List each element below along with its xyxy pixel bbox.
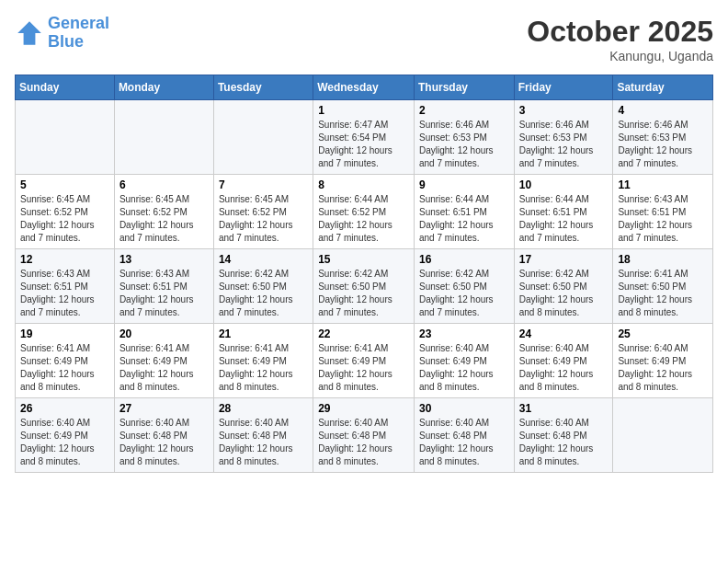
day-number: 27 (119, 402, 209, 415)
logo-icon (15, 18, 44, 48)
calendar-cell: 21Sunrise: 6:41 AM Sunset: 6:49 PM Dayli… (213, 324, 313, 398)
day-number: 24 (519, 327, 609, 340)
calendar-week-2: 5Sunrise: 6:45 AM Sunset: 6:52 PM Daylig… (16, 175, 713, 249)
calendar-cell: 5Sunrise: 6:45 AM Sunset: 6:52 PM Daylig… (16, 175, 115, 249)
location: Kanungu, Uganda (527, 49, 713, 63)
day-number: 4 (618, 104, 708, 117)
day-info: Sunrise: 6:44 AM Sunset: 6:52 PM Dayligh… (318, 193, 409, 245)
weekday-header-friday: Friday (514, 75, 613, 100)
day-info: Sunrise: 6:47 AM Sunset: 6:54 PM Dayligh… (318, 119, 409, 170)
calendar-cell: 4Sunrise: 6:46 AM Sunset: 6:53 PM Daylig… (613, 100, 713, 175)
day-number: 5 (20, 178, 109, 191)
day-number: 29 (318, 402, 409, 415)
day-number: 7 (219, 178, 308, 191)
calendar-week-4: 19Sunrise: 6:41 AM Sunset: 6:49 PM Dayli… (16, 324, 713, 398)
calendar-cell: 7Sunrise: 6:45 AM Sunset: 6:52 PM Daylig… (213, 175, 313, 249)
calendar-cell: 17Sunrise: 6:42 AM Sunset: 6:50 PM Dayli… (514, 249, 613, 324)
day-number: 3 (519, 104, 609, 117)
calendar-cell: 9Sunrise: 6:44 AM Sunset: 6:51 PM Daylig… (414, 175, 514, 249)
day-number: 31 (519, 402, 609, 415)
day-number: 25 (618, 327, 708, 340)
calendar-cell: 25Sunrise: 6:40 AM Sunset: 6:49 PM Dayli… (613, 324, 713, 398)
logo-line2: Blue (48, 32, 84, 51)
weekday-header-saturday: Saturday (613, 75, 713, 100)
day-info: Sunrise: 6:40 AM Sunset: 6:49 PM Dayligh… (20, 417, 109, 468)
day-info: Sunrise: 6:40 AM Sunset: 6:49 PM Dayligh… (618, 342, 708, 394)
weekday-header-monday: Monday (114, 75, 213, 100)
day-info: Sunrise: 6:44 AM Sunset: 6:51 PM Dayligh… (519, 193, 609, 245)
calendar-cell: 10Sunrise: 6:44 AM Sunset: 6:51 PM Dayli… (514, 175, 613, 249)
calendar-cell: 3Sunrise: 6:46 AM Sunset: 6:53 PM Daylig… (514, 100, 613, 175)
calendar-cell: 20Sunrise: 6:41 AM Sunset: 6:49 PM Dayli… (114, 324, 213, 398)
day-info: Sunrise: 6:46 AM Sunset: 6:53 PM Dayligh… (519, 119, 609, 170)
calendar-week-3: 12Sunrise: 6:43 AM Sunset: 6:51 PM Dayli… (16, 249, 713, 324)
day-number: 20 (119, 327, 209, 340)
calendar-cell: 23Sunrise: 6:40 AM Sunset: 6:49 PM Dayli… (414, 324, 514, 398)
day-number: 2 (419, 104, 509, 117)
day-info: Sunrise: 6:40 AM Sunset: 6:49 PM Dayligh… (519, 342, 609, 394)
calendar-cell: 13Sunrise: 6:43 AM Sunset: 6:51 PM Dayli… (114, 249, 213, 324)
day-number: 12 (20, 253, 109, 266)
day-number: 28 (219, 402, 308, 415)
day-info: Sunrise: 6:42 AM Sunset: 6:50 PM Dayligh… (519, 268, 609, 319)
day-info: Sunrise: 6:40 AM Sunset: 6:48 PM Dayligh… (519, 417, 609, 468)
day-number: 30 (419, 402, 509, 415)
day-number: 23 (419, 327, 509, 340)
calendar-cell: 24Sunrise: 6:40 AM Sunset: 6:49 PM Dayli… (514, 324, 613, 398)
day-number: 11 (618, 178, 708, 191)
day-number: 17 (519, 253, 609, 266)
weekday-header-wednesday: Wednesday (313, 75, 415, 100)
day-info: Sunrise: 6:41 AM Sunset: 6:50 PM Dayligh… (618, 268, 708, 319)
day-info: Sunrise: 6:44 AM Sunset: 6:51 PM Dayligh… (419, 193, 509, 245)
calendar-cell (213, 100, 313, 175)
day-info: Sunrise: 6:40 AM Sunset: 6:49 PM Dayligh… (419, 342, 509, 394)
calendar-cell: 30Sunrise: 6:40 AM Sunset: 6:48 PM Dayli… (414, 398, 514, 473)
day-number: 10 (519, 178, 609, 191)
day-info: Sunrise: 6:40 AM Sunset: 6:48 PM Dayligh… (219, 417, 308, 468)
day-number: 14 (219, 253, 308, 266)
calendar-cell: 8Sunrise: 6:44 AM Sunset: 6:52 PM Daylig… (313, 175, 415, 249)
day-info: Sunrise: 6:41 AM Sunset: 6:49 PM Dayligh… (318, 342, 409, 394)
calendar-cell: 14Sunrise: 6:42 AM Sunset: 6:50 PM Dayli… (213, 249, 313, 324)
day-number: 13 (119, 253, 209, 266)
page-header: General Blue October 2025 Kanungu, Ugand… (15, 15, 713, 63)
day-info: Sunrise: 6:45 AM Sunset: 6:52 PM Dayligh… (219, 193, 308, 245)
calendar-cell: 19Sunrise: 6:41 AM Sunset: 6:49 PM Dayli… (16, 324, 115, 398)
day-number: 19 (20, 327, 109, 340)
day-info: Sunrise: 6:41 AM Sunset: 6:49 PM Dayligh… (219, 342, 308, 394)
day-number: 16 (419, 253, 509, 266)
title-block: October 2025 Kanungu, Uganda (527, 15, 713, 63)
day-number: 9 (419, 178, 509, 191)
calendar-cell: 22Sunrise: 6:41 AM Sunset: 6:49 PM Dayli… (313, 324, 415, 398)
day-info: Sunrise: 6:43 AM Sunset: 6:51 PM Dayligh… (618, 193, 708, 245)
day-number: 6 (119, 178, 209, 191)
day-info: Sunrise: 6:46 AM Sunset: 6:53 PM Dayligh… (419, 119, 509, 170)
day-number: 21 (219, 327, 308, 340)
calendar-cell: 1Sunrise: 6:47 AM Sunset: 6:54 PM Daylig… (313, 100, 415, 175)
day-info: Sunrise: 6:42 AM Sunset: 6:50 PM Dayligh… (419, 268, 509, 319)
month-year: October 2025 (527, 15, 713, 49)
day-info: Sunrise: 6:40 AM Sunset: 6:48 PM Dayligh… (119, 417, 209, 468)
calendar-cell: 16Sunrise: 6:42 AM Sunset: 6:50 PM Dayli… (414, 249, 514, 324)
day-number: 26 (20, 402, 109, 415)
day-number: 18 (618, 253, 708, 266)
day-info: Sunrise: 6:45 AM Sunset: 6:52 PM Dayligh… (20, 193, 109, 245)
calendar-week-1: 1Sunrise: 6:47 AM Sunset: 6:54 PM Daylig… (16, 100, 713, 175)
day-info: Sunrise: 6:43 AM Sunset: 6:51 PM Dayligh… (20, 268, 109, 319)
calendar-cell: 31Sunrise: 6:40 AM Sunset: 6:48 PM Dayli… (514, 398, 613, 473)
day-info: Sunrise: 6:41 AM Sunset: 6:49 PM Dayligh… (119, 342, 209, 394)
day-number: 15 (318, 253, 409, 266)
calendar-cell: 27Sunrise: 6:40 AM Sunset: 6:48 PM Dayli… (114, 398, 213, 473)
calendar-cell (114, 100, 213, 175)
day-info: Sunrise: 6:46 AM Sunset: 6:53 PM Dayligh… (618, 119, 708, 170)
day-info: Sunrise: 6:41 AM Sunset: 6:49 PM Dayligh… (20, 342, 109, 394)
day-number: 8 (318, 178, 409, 191)
weekday-header-tuesday: Tuesday (213, 75, 313, 100)
day-info: Sunrise: 6:40 AM Sunset: 6:48 PM Dayligh… (419, 417, 509, 468)
calendar-cell: 15Sunrise: 6:42 AM Sunset: 6:50 PM Dayli… (313, 249, 415, 324)
day-info: Sunrise: 6:42 AM Sunset: 6:50 PM Dayligh… (318, 268, 409, 319)
logo: General Blue (15, 15, 109, 52)
day-info: Sunrise: 6:45 AM Sunset: 6:52 PM Dayligh… (119, 193, 209, 245)
calendar-cell (16, 100, 115, 175)
day-info: Sunrise: 6:43 AM Sunset: 6:51 PM Dayligh… (119, 268, 209, 319)
